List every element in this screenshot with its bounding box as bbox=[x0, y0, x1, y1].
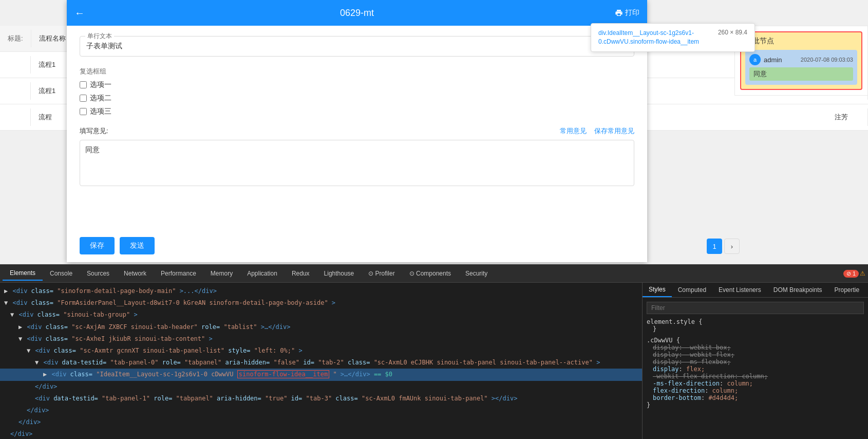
back-button[interactable]: ← bbox=[74, 7, 85, 19]
print-label: 打印 bbox=[625, 8, 639, 17]
opinion-field: 填写意见: 常用意见 保存常用意见 同意 bbox=[80, 126, 634, 188]
tab-redux[interactable]: Redux bbox=[285, 267, 317, 280]
row2-name: 流程1 bbox=[31, 82, 72, 100]
approval-user: admin bbox=[764, 56, 782, 64]
devtools-line: <div data-testid= "tab-panel-1" role= "t… bbox=[0, 393, 642, 405]
devtools-panel: Elements Console Sources Network Perform… bbox=[0, 264, 868, 439]
tab-network[interactable]: Network bbox=[117, 267, 154, 280]
devtools-tabs: Elements Console Sources Network Perform… bbox=[0, 265, 868, 283]
approval-user-info: a admin bbox=[749, 54, 782, 65]
styles-tab-styles[interactable]: Styles bbox=[643, 283, 672, 297]
approval-item-header: a admin 2020-07-08 09:03:03 bbox=[749, 54, 853, 65]
tab-security[interactable]: Security bbox=[458, 267, 495, 280]
approval-node-card: 审批节点 a admin 2020-07-08 09:03:03 同意 bbox=[740, 31, 862, 90]
tab-performance[interactable]: Performance bbox=[154, 267, 203, 280]
css-rule-element-style: element.style { } bbox=[647, 318, 864, 333]
element-tooltip: 260 × 89.4 div.IdealItem__Layout-sc-1g2s… bbox=[591, 23, 755, 52]
opinion-label: 填写意见: bbox=[80, 126, 108, 136]
checkbox-2-label: 选项二 bbox=[90, 94, 111, 103]
checkbox-2[interactable] bbox=[80, 95, 87, 102]
approval-item: a admin 2020-07-08 09:03:03 同意 bbox=[745, 50, 857, 85]
send-button[interactable]: 发送 bbox=[120, 237, 155, 254]
devtools-line: </div> bbox=[0, 381, 642, 393]
checkbox-group-field: 复选框组 选项一 选项二 选项三 bbox=[80, 67, 634, 116]
single-text-field: 单行文本 子表单测试 bbox=[80, 36, 634, 57]
checkbox-group-label: 复选框组 bbox=[80, 67, 634, 76]
opinion-links: 常用意见 保存常用意见 bbox=[560, 126, 634, 136]
opinion-header: 填写意见: 常用意见 保存常用意见 bbox=[80, 126, 634, 136]
devtools-content: ▶ <div class= "sinoform-detail-page-body… bbox=[0, 283, 868, 439]
approval-avatar: a bbox=[749, 54, 761, 65]
opinion-textarea[interactable]: 同意 bbox=[80, 140, 634, 186]
page-1-button[interactable]: 1 bbox=[707, 239, 722, 254]
devtools-line: ▼ <div class= "sinoui-tab-group" > bbox=[0, 309, 642, 321]
print-button[interactable]: 打印 bbox=[615, 8, 639, 17]
devtools-line: ▼ <div class= "sc-AxheI jkiubR sinoui-ta… bbox=[0, 333, 642, 345]
print-icon bbox=[615, 9, 623, 17]
next-page-button[interactable]: › bbox=[724, 239, 740, 254]
row3-user: 注芳 bbox=[827, 108, 868, 126]
styles-filter-input[interactable] bbox=[647, 302, 864, 314]
checkbox-3-label: 选项三 bbox=[90, 107, 111, 116]
styles-content: element.style { } .cDwwVU { display: -we… bbox=[643, 298, 868, 439]
approval-opinion: 同意 bbox=[749, 67, 853, 81]
tab-lighthouse[interactable]: Lighthouse bbox=[317, 267, 362, 280]
tab-application[interactable]: Application bbox=[240, 267, 285, 280]
styles-tabs: Styles Computed Event Listeners DOM Brea… bbox=[643, 283, 868, 298]
checkbox-3[interactable] bbox=[80, 108, 87, 115]
modal-footer: 保存 发送 bbox=[67, 229, 647, 262]
single-text-label: 单行文本 bbox=[85, 32, 114, 41]
devtools-line: ▼ <div class= "FormAsiderPanel__Layout-d… bbox=[0, 297, 642, 309]
save-button[interactable]: 保存 bbox=[80, 237, 115, 254]
tooltip-size: 260 × 89.4 bbox=[718, 29, 747, 36]
modal-dialog: ← 0629-mt 打印 单行文本 子表单测试 复选框组 选项一 bbox=[67, 0, 647, 262]
single-text-wrapper: 单行文本 子表单测试 bbox=[80, 36, 634, 57]
tab-elements[interactable]: Elements bbox=[3, 266, 43, 281]
common-opinion-link[interactable]: 常用意见 bbox=[560, 126, 587, 136]
devtools-line-selected[interactable]: ▶ <div class= "IdeaItem__Layout-sc-1g2s6… bbox=[0, 369, 642, 380]
modal-body: 单行文本 子表单测试 复选框组 选项一 选项二 选项三 填写意见: bbox=[67, 26, 647, 229]
error-badge: ⊘ 1 bbox=[843, 270, 859, 278]
devtools-line: ▶ <div class= "sinoform-detail-page-body… bbox=[0, 285, 642, 297]
devtools-line: </div> bbox=[0, 405, 642, 416]
checkbox-item-1: 选项一 bbox=[80, 80, 634, 89]
approval-time: 2020-07-08 09:03:03 bbox=[801, 57, 853, 63]
modal-title: 0629-mt bbox=[340, 8, 374, 19]
checkbox-item-2: 选项二 bbox=[80, 94, 634, 103]
tab-components[interactable]: ⊙ Components bbox=[402, 267, 458, 280]
devtools-line: ▶ <div class= "sc-AxjAm ZXBCF sinoui-tab… bbox=[0, 321, 642, 333]
styles-tab-properties[interactable]: Propertie bbox=[828, 283, 865, 297]
tooltip-content: 260 × 89.4 div.IdealItem__Layout-sc-1g2s… bbox=[598, 29, 747, 46]
devtools-line: ▼ <div data-testid= "tab-panel-0" role= … bbox=[0, 357, 642, 369]
pagination: 1 › bbox=[707, 239, 740, 254]
row3-name: 流程 bbox=[31, 108, 72, 126]
elements-panel[interactable]: ▶ <div class= "sinoform-detail-page-body… bbox=[0, 283, 642, 439]
tab-profiler[interactable]: ⊙ Profiler bbox=[361, 267, 402, 280]
devtools-line: ▼ <div class= "sc-Axmtr gcnnXT sinoui-ta… bbox=[0, 345, 642, 357]
devtools-line: </div> bbox=[0, 416, 642, 428]
styles-tab-dom-breakpoints[interactable]: DOM Breakpoints bbox=[767, 283, 828, 297]
row1-name: 流程1 bbox=[31, 56, 72, 74]
checkbox-1-label: 选项一 bbox=[90, 80, 111, 89]
checkbox-1[interactable] bbox=[80, 81, 87, 88]
devtools-line: </div> bbox=[0, 428, 642, 439]
tab-console[interactable]: Console bbox=[43, 267, 80, 280]
save-opinion-link[interactable]: 保存常用意见 bbox=[594, 126, 634, 136]
warn-badge: ⚠ bbox=[860, 270, 865, 277]
styles-tab-computed[interactable]: Computed bbox=[672, 283, 712, 297]
title-header-cell: 标题: bbox=[0, 30, 31, 47]
css-rule-cdwwvu: .cDwwVU { display: -webkit-box; display:… bbox=[647, 337, 864, 409]
checkbox-item-3: 选项三 bbox=[80, 107, 634, 116]
tab-sources[interactable]: Sources bbox=[80, 267, 117, 280]
modal-header: ← 0629-mt 打印 bbox=[67, 0, 647, 26]
styles-tab-event-listeners[interactable]: Event Listeners bbox=[712, 283, 767, 297]
styles-panel: Styles Computed Event Listeners DOM Brea… bbox=[642, 283, 868, 439]
tab-memory[interactable]: Memory bbox=[203, 267, 240, 280]
approval-node-title: 审批节点 bbox=[745, 36, 857, 46]
single-text-value: 子表单测试 bbox=[86, 42, 628, 51]
